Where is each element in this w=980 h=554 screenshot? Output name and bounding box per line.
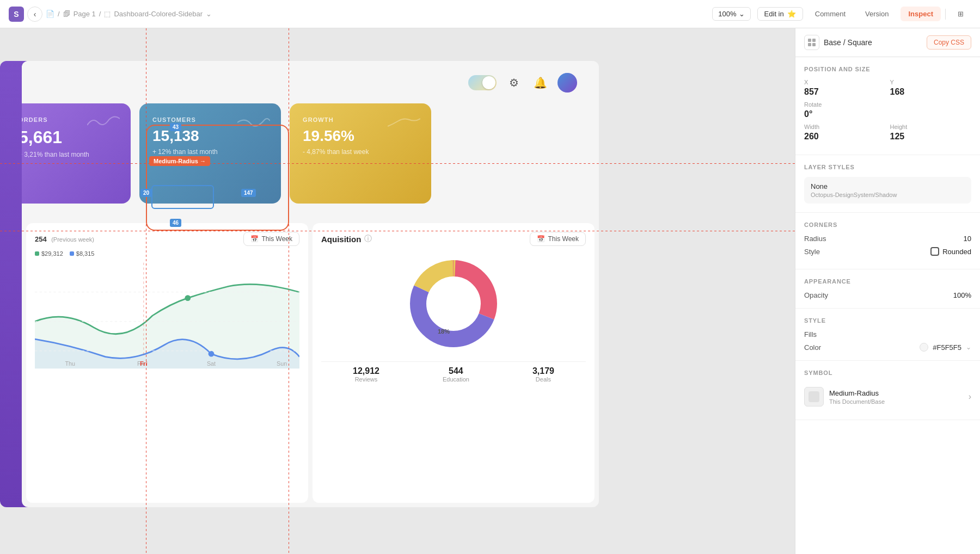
x-value: 857 [804, 87, 886, 97]
symbol-title: SYMBOL [804, 370, 971, 376]
svg-rect-15 [808, 39, 811, 42]
symbol-info: Medium-Radius This Document/Base [829, 389, 963, 405]
right-panel: Base / Square Copy CSS POSITION AND SIZE… [795, 28, 980, 554]
orders-wave-icon [87, 114, 120, 133]
edit-in-button[interactable]: Edit in ⭐ [757, 7, 803, 21]
style-title: STYLE [804, 317, 971, 324]
edit-label: Edit in [764, 10, 784, 18]
breadcrumb-separator2: / [99, 10, 101, 18]
legend-label-1: $29,312 [41, 250, 63, 257]
panel-toggle-button[interactable]: ⊞ [950, 7, 971, 21]
right-week-button[interactable]: 📅 This Week [530, 232, 586, 246]
settings-icon[interactable]: ⚙ [505, 74, 523, 91]
donut-svg: 31% 51% 18% [405, 255, 503, 353]
theme-toggle[interactable] [468, 75, 497, 90]
style-value: Rounded [942, 248, 971, 256]
comment-tab[interactable]: Comment [807, 7, 853, 21]
opacity-label: Opacity [804, 291, 828, 299]
svg-text:Sat: Sat [207, 360, 216, 367]
panel-header: Base / Square Copy CSS [795, 28, 980, 57]
chart-legend: $29,312 $8,315 [35, 250, 299, 257]
topbar-left: S ‹ 📄 / 🗐 Page 1 / ⬚ Dashboard-Colored-S… [9, 7, 708, 22]
breadcrumb-chevron: ⌄ [206, 10, 212, 18]
symbol-path: This Document/Base [829, 398, 963, 405]
education-value: 544 [443, 366, 469, 376]
y-label: Y [890, 79, 972, 85]
topbar-center: 100% ⌄ Edit in ⭐ [712, 7, 803, 21]
color-hex-value: #F5F5F5 [933, 343, 961, 352]
chart-dot-green [185, 295, 191, 301]
dashboard-topbar: ⚙ 🔔 [22, 61, 599, 104]
symbol-thumbnail [804, 387, 824, 407]
rotate-label: Rotate [804, 101, 886, 108]
left-week-button[interactable]: 📅 This Week [243, 232, 299, 246]
growth-sub: - 4,87% than last week [303, 148, 418, 156]
version-tab[interactable]: Version [857, 7, 896, 21]
inspect-tab[interactable]: Inspect [901, 7, 941, 21]
breadcrumb-frame-icon: ⬚ [104, 10, 111, 18]
left-chart-prev: 254 (Previous week) [35, 234, 94, 244]
y-value: 168 [890, 87, 972, 97]
left-chart: 254 (Previous week) 📅 This Week $29,312 [26, 223, 308, 503]
right-chart-title: Aquisition [321, 235, 361, 244]
breadcrumb-file-name[interactable]: Dashboard-Colored-Sidebar [114, 10, 203, 18]
breadcrumb-page1: 🗐 [63, 10, 70, 18]
layer-style-box: None Octopus-DesignSystem/Shadow [804, 177, 971, 204]
main-layout: ⚙ 🔔 ORDERS 5,661 + 3,21% than last month [0, 28, 980, 554]
size-grid: Width 260 Height 125 [804, 124, 971, 141]
notification-icon[interactable]: 🔔 [531, 74, 549, 91]
left-week-label: This Week [262, 235, 292, 243]
right-week-label: This Week [548, 235, 579, 243]
appearance-title: APPEARANCE [804, 278, 971, 285]
right-chart: Aquisition ⓘ 📅 This Week [313, 223, 595, 503]
back-button[interactable]: ‹ [27, 7, 42, 22]
svg-text:31%: 31% [431, 290, 443, 297]
symbol-row[interactable]: Medium-Radius This Document/Base › [804, 383, 971, 411]
legend-item-1: $29,312 [35, 250, 63, 257]
reviews-label: Reviews [353, 376, 379, 383]
right-chart-header: Aquisition ⓘ 📅 This Week [321, 232, 586, 246]
education-label: Education [443, 376, 469, 383]
height-label: Height [890, 124, 972, 130]
color-row: Color #F5F5F5 ⌄ [804, 343, 971, 352]
app-logo[interactable]: S [9, 7, 24, 22]
color-swatch-group[interactable]: #F5F5F5 ⌄ [920, 343, 971, 352]
customers-card: CUSTOMERS 15,138 + 12% than last month [139, 103, 281, 204]
symbol-name: Medium-Radius [829, 389, 963, 397]
svg-text:51%: 51% [463, 312, 475, 318]
zoom-control[interactable]: 100% ⌄ [712, 7, 750, 21]
prev-week-value: 254 [35, 235, 47, 243]
component-title: Base / Square [824, 38, 922, 47]
measure-badge-20: 20 [140, 189, 152, 197]
svg-text:Thu: Thu [65, 360, 75, 367]
y-field: Y 168 [890, 79, 972, 97]
svg-rect-19 [808, 391, 819, 402]
customers-sub: + 12% than last month [152, 148, 268, 156]
fills-label: Fills [804, 330, 971, 338]
style-value-group: Rounded [930, 247, 971, 256]
expand-icon[interactable]: ⌄ [966, 343, 971, 351]
breadcrumb-page-name[interactable]: Page 1 [74, 10, 96, 18]
width-label: Width [804, 124, 886, 130]
svg-rect-17 [808, 43, 811, 46]
svg-text:18%: 18% [438, 328, 450, 335]
deals-value: 3,179 [532, 366, 554, 376]
corners-title: CORNERS [804, 221, 971, 228]
topbar: S ‹ 📄 / 🗐 Page 1 / ⬚ Dashboard-Colored-S… [0, 0, 980, 28]
toggle-knob [482, 76, 495, 89]
canvas[interactable]: ⚙ 🔔 ORDERS 5,661 + 3,21% than last month [0, 28, 795, 554]
info-icon: ⓘ [364, 234, 372, 244]
right-chart-title-row: Aquisition ⓘ [321, 234, 372, 244]
line-chart-svg: Thu Fri Sat Sun Fri [35, 261, 299, 370]
layer-styles-title: LAYER STYLES [804, 164, 971, 170]
avatar[interactable] [558, 73, 577, 93]
copy-css-button[interactable]: Copy CSS [927, 35, 971, 50]
x-field: X 857 [804, 79, 886, 97]
orders-card: ORDERS 5,661 + 3,21% than last month [22, 103, 131, 204]
height-field: Height 125 [890, 124, 972, 141]
stat-reviews: 12,912 Reviews [353, 366, 379, 383]
zoom-value: 100% [718, 10, 736, 18]
radius-value: 10 [964, 235, 971, 243]
symbol-nav-arrow-icon[interactable]: › [969, 392, 971, 402]
layer-styles-section: LAYER STYLES None Octopus-DesignSystem/S… [795, 155, 980, 213]
